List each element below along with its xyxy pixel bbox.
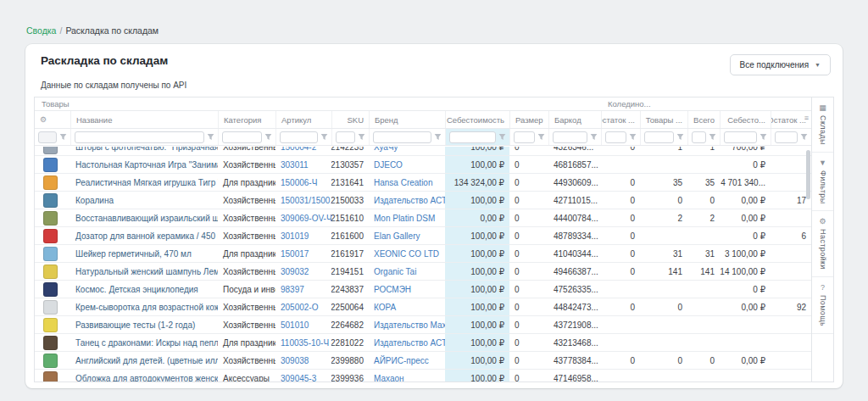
filter-funnel-icon[interactable] bbox=[207, 133, 214, 141]
cell-name[interactable]: Восстанавливающий израильский шампунь дл… bbox=[70, 209, 218, 226]
column-header-article[interactable]: Артикул bbox=[275, 111, 331, 128]
side-tab-sklady[interactable]: ▦Склады bbox=[812, 97, 833, 153]
cell-name[interactable]: Танец с драконами: Искры над пеплом bbox=[70, 334, 218, 351]
filter-input-category[interactable] bbox=[222, 131, 262, 143]
cell-article[interactable]: 110035-10-Ч bbox=[275, 334, 331, 351]
cell-article[interactable]: 501010 bbox=[275, 316, 331, 333]
cell-article[interactable]: 98397 bbox=[275, 281, 331, 298]
cell-article[interactable]: 309045-3 bbox=[275, 370, 331, 382]
filter-funnel-icon[interactable] bbox=[709, 133, 716, 141]
side-tab-nastroyki[interactable]: ⚙Настройки bbox=[812, 211, 833, 277]
cell-name[interactable]: Английский для детей. (цветные илл.) bbox=[70, 352, 218, 369]
cell-ost2: 6 bbox=[771, 227, 811, 244]
column-header-thumb[interactable]: ⚙ bbox=[35, 111, 70, 128]
cell-brand[interactable]: КОРА bbox=[369, 298, 445, 315]
cell-brand[interactable]: Издательство АСТ bbox=[369, 334, 445, 351]
column-settings-icon[interactable]: ≡ bbox=[804, 114, 809, 122]
side-tab-pomosch[interactable]: ?Помощь bbox=[812, 277, 833, 334]
cell-name[interactable]: Реалистичная Мягкая игрушка Тигр Тигрёно… bbox=[70, 174, 218, 191]
filter-funnel-icon[interactable] bbox=[590, 133, 598, 141]
cell-article[interactable]: 150031/1500... bbox=[275, 192, 331, 209]
column-header-seb[interactable]: Себесто... bbox=[720, 111, 771, 128]
cell-ost1 bbox=[601, 156, 640, 173]
cell-brand[interactable]: Издательство Махаон bbox=[369, 316, 445, 333]
column-header-vsego[interactable]: Всего bbox=[687, 111, 720, 128]
filter-funnel-icon[interactable] bbox=[498, 133, 506, 141]
filter-input-sku[interactable] bbox=[336, 131, 355, 143]
filter-input-article[interactable] bbox=[280, 131, 318, 143]
filter-funnel-icon[interactable] bbox=[434, 133, 442, 141]
cell-tov: 35 bbox=[640, 174, 687, 191]
cell-name[interactable]: Шторы с фотопечатью: "Призрачная мандала… bbox=[70, 147, 218, 155]
cell-brand[interactable]: ХуаЧу bbox=[369, 147, 445, 155]
vertical-scrollbar[interactable] bbox=[806, 150, 810, 199]
cell-article[interactable]: 205002-О bbox=[275, 298, 331, 315]
filter-input-tov[interactable] bbox=[644, 131, 674, 143]
cell-brand[interactable]: DJECO bbox=[369, 156, 445, 173]
cell-name[interactable]: Дозатор для ванной керамика / 450 мл bbox=[70, 227, 218, 244]
connections-dropdown[interactable]: Все подключения ▼ bbox=[730, 54, 831, 75]
cell-article[interactable]: 309032 bbox=[275, 263, 331, 280]
filter-input-ost2[interactable] bbox=[775, 131, 798, 143]
column-header-cost[interactable]: Себестоимость bbox=[445, 111, 509, 128]
filter-funnel-icon[interactable] bbox=[358, 133, 365, 141]
filter-input-cost[interactable] bbox=[449, 131, 496, 143]
cell-cost: 100,00 ₽ bbox=[445, 156, 509, 173]
table-row: Крем-сыворотка для возрастной кожи вокру… bbox=[35, 298, 811, 316]
column-header-brand[interactable]: Бренд bbox=[369, 111, 445, 128]
cell-sku: 2281022 bbox=[331, 334, 369, 351]
cell-name[interactable]: Настольная Карточная Игра "Занимач" bbox=[70, 156, 218, 173]
cell-article[interactable]: 309069-OV-Ч bbox=[275, 209, 331, 226]
cell-brand[interactable]: Издательство АСТ bbox=[369, 192, 445, 209]
column-header-ost1[interactable]: Остаток ... bbox=[601, 111, 640, 128]
cell-brand[interactable]: Hansa Creation bbox=[369, 174, 445, 191]
cell-brand[interactable]: XEONIC CO LTD bbox=[369, 245, 445, 262]
column-header-sku[interactable]: SKU bbox=[331, 111, 369, 128]
cell-brand[interactable]: Organic Tai bbox=[369, 263, 445, 280]
filter-funnel-icon[interactable] bbox=[264, 133, 272, 141]
side-tab-filtry[interactable]: ▼Фильтры bbox=[812, 153, 833, 212]
filter-input-ost1[interactable] bbox=[605, 131, 626, 143]
cell-name[interactable]: Обложка для автодокументов женская натур… bbox=[70, 370, 218, 382]
cell-brand[interactable]: РОСМЭН bbox=[369, 281, 445, 298]
column-header-name[interactable]: Название bbox=[70, 111, 218, 128]
table-header-row: ⚙НазваниеКатегорияАртикулSKUБрендСебесто… bbox=[35, 111, 811, 129]
cell-article[interactable]: 150017 bbox=[275, 245, 331, 262]
filter-input-size[interactable] bbox=[514, 131, 535, 143]
filter-funnel-icon[interactable] bbox=[629, 133, 637, 141]
breadcrumb-link-summary[interactable]: Сводка bbox=[26, 25, 56, 36]
column-header-tov[interactable]: Товары ... bbox=[640, 111, 687, 128]
filter-funnel-icon[interactable] bbox=[59, 133, 67, 141]
filter-funnel-icon[interactable] bbox=[800, 133, 808, 141]
cell-article[interactable]: 150004-2 bbox=[275, 147, 331, 155]
filter-input-brand[interactable] bbox=[373, 131, 431, 143]
cell-article[interactable]: 150006-Ч bbox=[275, 174, 331, 191]
cell-brand[interactable]: Elan Gallery bbox=[369, 227, 445, 244]
column-header-barcode[interactable]: Баркод bbox=[548, 111, 601, 128]
filter-funnel-icon[interactable] bbox=[537, 133, 545, 141]
cell-name[interactable]: Крем-сыворотка для возрастной кожи вокру… bbox=[70, 298, 218, 315]
cell-name[interactable]: Шейкер герметичный, 470 мл bbox=[70, 245, 218, 262]
column-header-size[interactable]: Размер bbox=[509, 111, 548, 128]
cell-brand[interactable]: Махаон bbox=[369, 370, 445, 382]
filter-input-thumb[interactable] bbox=[38, 131, 57, 143]
filter-funnel-icon[interactable] bbox=[320, 133, 328, 141]
cell-ost1: 0 bbox=[601, 209, 640, 226]
filter-input-seb[interactable] bbox=[724, 131, 757, 143]
cell-article[interactable]: 309038 bbox=[275, 352, 331, 369]
cell-name[interactable]: Развивающие тесты (1-2 года) bbox=[70, 316, 218, 333]
filter-funnel-icon[interactable] bbox=[760, 133, 767, 141]
cell-brand[interactable]: АЙРИС-пресс bbox=[369, 352, 445, 369]
cell-brand[interactable]: Mon Platin DSM bbox=[369, 209, 445, 226]
cell-article[interactable]: 303011 bbox=[275, 156, 331, 173]
filter-funnel-icon[interactable] bbox=[676, 133, 684, 141]
cell-name[interactable]: Коралина bbox=[70, 192, 218, 209]
column-header-category[interactable]: Категория bbox=[218, 111, 275, 128]
filter-input-vsego[interactable] bbox=[692, 131, 706, 143]
gear-icon[interactable]: ⚙ bbox=[40, 115, 47, 124]
cell-name[interactable]: Натуральный женский шампунь Лемонграсс д… bbox=[70, 263, 218, 280]
cell-name[interactable]: Космос. Детская энциклопедия bbox=[70, 281, 218, 298]
filter-input-barcode[interactable] bbox=[553, 131, 587, 143]
filter-input-name[interactable] bbox=[75, 131, 204, 143]
cell-article[interactable]: 301019 bbox=[275, 227, 331, 244]
